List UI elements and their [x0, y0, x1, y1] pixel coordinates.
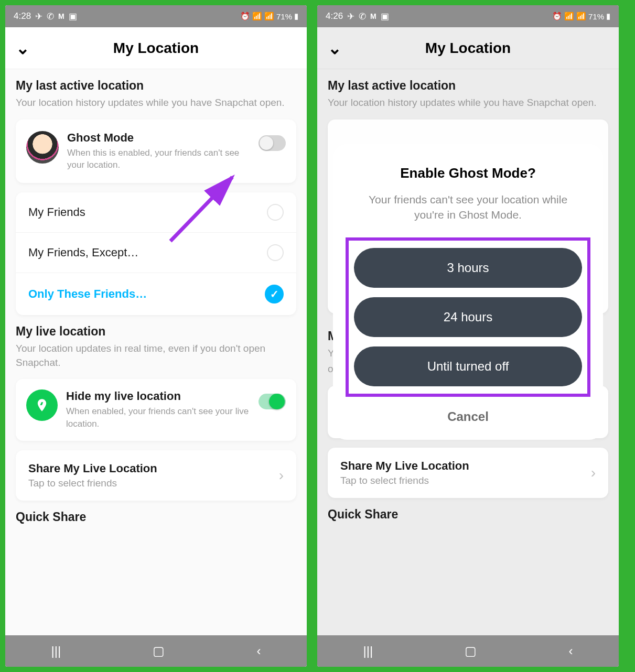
radio-unchecked-icon [267, 244, 284, 261]
section-live-sub: Your location updates in real time, even… [16, 342, 296, 370]
quick-share-title: Quick Share [16, 510, 296, 524]
alarm-icon: ⏰ [552, 12, 562, 21]
wifi-icon: 📶 [564, 12, 574, 21]
telegram-icon: ✈ [35, 11, 42, 22]
battery-pct: 71% [588, 12, 604, 21]
ghost-mode-title: Ghost Mode [67, 131, 250, 145]
wifi-icon: 📶 [252, 12, 262, 21]
ghost-mode-card: Ghost Mode When this is enabled, your fr… [16, 120, 296, 183]
section-last-active-sub: Your location history updates while you … [328, 96, 608, 110]
hide-live-sub: When enabled, your friends can't see you… [66, 405, 250, 430]
back-chevron-icon[interactable]: ⌄ [16, 38, 30, 58]
home-button[interactable]: ▢ [153, 644, 165, 658]
ghost-mode-toggle[interactable] [259, 135, 286, 151]
phone-screen-left: 4:28 ✈ ✆ M ▣ ⏰ 📶 📶 71% ▮ ⌄ My Location M… [5, 5, 307, 667]
ghost-mode-sub: When this is enabled, your friends can't… [67, 147, 250, 172]
option-label: Only These Friends… [28, 287, 147, 301]
status-time: 4:26 [326, 11, 343, 21]
cancel-button[interactable]: Cancel [346, 409, 590, 424]
status-bar: 4:26 ✈ ✆ M ▣ ⏰ 📶 📶 71% ▮ [317, 5, 619, 27]
quick-share-title: Quick Share [328, 507, 608, 522]
modal-buttons-highlight: 3 hours 24 hours Until turned off [346, 237, 590, 397]
phone-screen-right: 4:26 ✈ ✆ M ▣ ⏰ 📶 📶 71% ▮ ⌄ My Location M… [317, 5, 619, 667]
recents-button[interactable]: ||| [363, 644, 373, 658]
whatsapp-icon: ✆ [359, 11, 366, 22]
section-last-active-sub: Your location history updates while you … [16, 96, 296, 110]
duration-until-off-button[interactable]: Until turned off [354, 346, 582, 386]
hide-live-card: Hide my live location When enabled, your… [16, 379, 296, 441]
battery-icon: ▮ [606, 12, 610, 21]
share-live-sub: Tap to select friends [340, 475, 591, 486]
android-nav-bar: ||| ▢ ‹ [5, 635, 307, 667]
gmail-icon: M [58, 12, 64, 20]
visibility-options-card: My Friends My Friends, Except… Only Thes… [16, 192, 296, 315]
page-title: My Location [425, 40, 511, 57]
hide-live-title: Hide my live location [66, 389, 250, 403]
status-time: 4:28 [14, 11, 31, 21]
hide-live-toggle[interactable] [259, 394, 286, 409]
telegram-icon: ✈ [347, 11, 354, 22]
content-area: My last active location Your location hi… [5, 69, 307, 635]
page-header: ⌄ My Location [5, 27, 307, 69]
back-button[interactable]: ‹ [256, 644, 261, 658]
duration-24-hours-button[interactable]: 24 hours [354, 297, 582, 337]
back-button[interactable]: ‹ [568, 644, 573, 658]
option-label: My Friends, Except… [28, 246, 138, 259]
share-live-card[interactable]: Share My Live Location Tap to select fri… [16, 450, 296, 501]
option-only-these-friends[interactable]: Only These Friends… ✓ [16, 273, 296, 315]
share-live-sub: Tap to select friends [28, 478, 279, 489]
location-bolt-icon [26, 389, 58, 421]
chevron-right-icon: › [279, 467, 284, 484]
alarm-icon: ⏰ [240, 12, 250, 21]
modal-title: Enable Ghost Mode? [346, 165, 590, 181]
home-button[interactable]: ▢ [465, 644, 477, 658]
share-live-title: Share My Live Location [28, 462, 279, 475]
gallery-icon: ▣ [69, 11, 77, 22]
section-last-active-title: My last active location [16, 79, 296, 93]
battery-pct: 71% [276, 12, 292, 21]
back-chevron-icon[interactable]: ⌄ [328, 38, 342, 58]
battery-icon: ▮ [294, 12, 298, 21]
gallery-icon: ▣ [381, 11, 389, 22]
option-my-friends[interactable]: My Friends [16, 192, 296, 233]
gmail-icon: M [370, 12, 376, 20]
radio-checked-icon: ✓ [265, 285, 284, 304]
modal-subtitle: Your friends can't see your location whi… [346, 192, 590, 223]
ghost-mode-modal: Enable Ghost Mode? Your friends can't se… [333, 144, 603, 440]
option-my-friends-except[interactable]: My Friends, Except… [16, 233, 296, 273]
page-title: My Location [113, 40, 199, 57]
signal-icon: 📶 [576, 12, 586, 21]
option-label: My Friends [28, 205, 85, 219]
status-bar: 4:28 ✈ ✆ M ▣ ⏰ 📶 📶 71% ▮ [5, 5, 307, 27]
share-live-title: Share My Live Location [340, 459, 591, 473]
whatsapp-icon: ✆ [47, 11, 54, 22]
duration-3-hours-button[interactable]: 3 hours [354, 248, 582, 288]
radio-unchecked-icon [267, 204, 284, 221]
chevron-right-icon: › [591, 464, 596, 481]
section-live-title: My live location [16, 324, 296, 339]
bitmoji-avatar [26, 131, 59, 164]
page-header: ⌄ My Location [317, 27, 619, 69]
android-nav-bar: ||| ▢ ‹ [317, 635, 619, 667]
signal-icon: 📶 [264, 12, 274, 21]
share-live-card[interactable]: Share My Live Location Tap to select fri… [328, 448, 608, 498]
recents-button[interactable]: ||| [51, 644, 61, 658]
section-last-active-title: My last active location [328, 79, 608, 93]
